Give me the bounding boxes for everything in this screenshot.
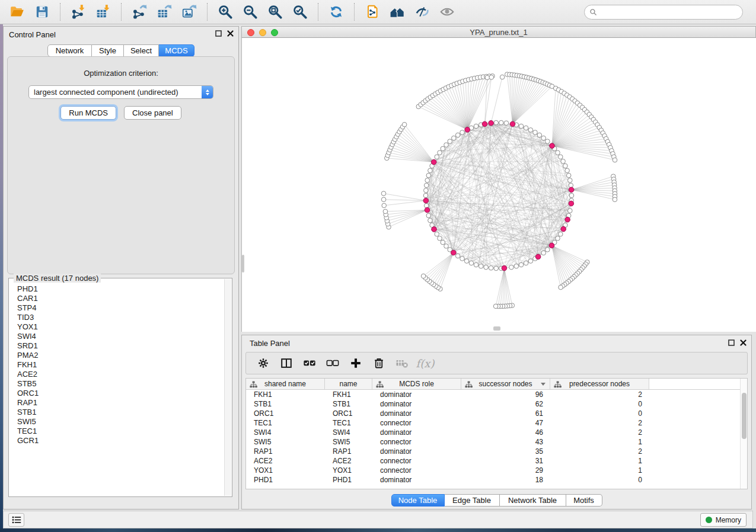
mcds-result-node[interactable]: TEC1 xyxy=(9,427,224,436)
columns-icon[interactable] xyxy=(279,355,294,371)
network-node[interactable] xyxy=(424,203,429,208)
splitter-grip-left[interactable] xyxy=(242,255,244,273)
search-box[interactable] xyxy=(584,5,743,20)
column-header-successor-nodes[interactable]: successor nodes xyxy=(461,379,550,389)
network-node[interactable] xyxy=(460,130,465,135)
network-file-icon[interactable] xyxy=(363,3,381,21)
network-node[interactable] xyxy=(509,265,514,270)
network-node[interactable] xyxy=(448,139,452,144)
memory-button[interactable]: Memory xyxy=(700,513,747,527)
mcds-hub-node[interactable] xyxy=(569,187,574,193)
mcds-result-node[interactable]: STB5 xyxy=(9,379,224,389)
network-node[interactable] xyxy=(489,266,493,271)
network-node[interactable] xyxy=(494,120,499,125)
mcds-hub-node[interactable] xyxy=(482,121,487,127)
network-node[interactable] xyxy=(569,193,574,198)
network-node[interactable] xyxy=(479,264,483,269)
network-node[interactable] xyxy=(546,248,550,252)
network-node[interactable] xyxy=(533,130,538,135)
houses-icon[interactable] xyxy=(388,3,406,21)
network-node[interactable] xyxy=(528,128,533,133)
table-row[interactable]: YOX1YOX1connector291 xyxy=(246,466,747,475)
network-node[interactable] xyxy=(524,126,528,130)
mcds-result-node[interactable]: PMA2 xyxy=(9,351,224,360)
save-session-icon[interactable] xyxy=(33,3,51,21)
network-node[interactable] xyxy=(519,124,524,129)
mcds-result-node[interactable]: SWI4 xyxy=(9,332,224,341)
mcds-hub-node[interactable] xyxy=(502,265,507,271)
network-node[interactable] xyxy=(524,261,528,265)
network-leaf-node[interactable] xyxy=(421,274,426,278)
network-leaf-node[interactable] xyxy=(489,75,494,80)
network-node[interactable] xyxy=(435,232,439,236)
network-node[interactable] xyxy=(541,251,546,255)
network-leaf-node[interactable] xyxy=(381,197,386,202)
mcds-hub-node[interactable] xyxy=(549,243,554,248)
mcds-hub-node[interactable] xyxy=(432,227,437,232)
column-header-shared-name[interactable]: shared name xyxy=(246,379,325,389)
network-node[interactable] xyxy=(441,146,445,151)
mcds-hub-node[interactable] xyxy=(569,201,574,206)
network-node[interactable] xyxy=(428,218,433,223)
network-node[interactable] xyxy=(428,168,433,173)
zoom-out-icon[interactable] xyxy=(241,3,259,21)
network-node[interactable] xyxy=(519,262,524,267)
network-node[interactable] xyxy=(556,236,560,241)
mcds-result-node[interactable]: RAP1 xyxy=(9,398,224,408)
network-node[interactable] xyxy=(426,173,431,178)
network-leaf-node[interactable] xyxy=(500,75,505,79)
mcds-result-node[interactable]: SWI5 xyxy=(9,417,224,427)
tab-edge-table[interactable]: Edge Table xyxy=(445,494,500,507)
mcds-hub-node[interactable] xyxy=(510,121,515,127)
result-list-scrollbar[interactable] xyxy=(224,279,231,496)
column-header-name[interactable]: name xyxy=(325,379,372,389)
float-panel-icon[interactable] xyxy=(215,30,222,37)
network-node[interactable] xyxy=(494,266,499,271)
zoom-selected-icon[interactable] xyxy=(291,3,309,21)
mcds-result-node[interactable]: PHD1 xyxy=(9,284,224,294)
export-image-icon[interactable] xyxy=(180,3,198,21)
mcds-hub-node[interactable] xyxy=(565,217,570,222)
maximize-window-icon[interactable] xyxy=(271,29,278,36)
tab-motifs[interactable]: Motifs xyxy=(566,494,602,507)
mcds-hub-node[interactable] xyxy=(465,127,470,133)
table-row[interactable]: SWI5SWI5connector431 xyxy=(246,437,747,447)
zoom-in-icon[interactable] xyxy=(216,3,234,21)
mcds-result-node[interactable]: ORC1 xyxy=(9,389,224,398)
import-table-icon[interactable] xyxy=(94,3,112,21)
table-row[interactable]: STB1STB1dominator620 xyxy=(246,399,747,409)
network-leaf-node[interactable] xyxy=(402,122,407,127)
delete-icon[interactable] xyxy=(371,355,387,371)
settings-icon[interactable] xyxy=(256,355,271,371)
search-input[interactable] xyxy=(600,8,742,17)
column-header-predecessor-nodes[interactable]: predecessor nodes xyxy=(550,379,649,389)
mcds-hub-node[interactable] xyxy=(550,143,555,149)
mcds-hub-node[interactable] xyxy=(561,226,566,232)
tab-network-table[interactable]: Network Table xyxy=(500,494,566,507)
mcds-result-node[interactable]: STP4 xyxy=(9,303,224,313)
eye-icon[interactable] xyxy=(438,3,456,21)
network-node[interactable] xyxy=(460,257,465,261)
network-node[interactable] xyxy=(423,193,428,198)
network-leaf-node[interactable] xyxy=(559,285,563,290)
table-row[interactable]: TEC1TEC1connector472 xyxy=(246,418,747,428)
mcds-result-node[interactable]: STB1 xyxy=(9,408,224,417)
close-table-panel-icon[interactable] xyxy=(740,339,747,346)
network-leaf-node[interactable] xyxy=(381,191,386,196)
network-node[interactable] xyxy=(563,164,568,168)
network-node[interactable] xyxy=(424,188,429,193)
table-row[interactable]: ORC1ORC1dominator610 xyxy=(246,409,747,418)
mcds-result-node[interactable]: TID3 xyxy=(9,313,224,322)
network-node[interactable] xyxy=(556,150,560,155)
network-node[interactable] xyxy=(499,120,504,125)
network-leaf-node[interactable] xyxy=(383,209,388,214)
tab-node-table[interactable]: Node Table xyxy=(391,494,445,507)
tab-mcds[interactable]: MCDS xyxy=(159,44,194,57)
open-session-icon[interactable] xyxy=(8,3,26,21)
tab-style[interactable]: Style xyxy=(92,44,124,57)
deselect-all-icon[interactable] xyxy=(325,355,340,371)
task-history-button[interactable] xyxy=(8,513,24,527)
mcds-result-node[interactable]: SRD1 xyxy=(9,341,224,351)
refresh-icon[interactable] xyxy=(327,3,345,21)
import-network-icon[interactable] xyxy=(69,3,87,21)
